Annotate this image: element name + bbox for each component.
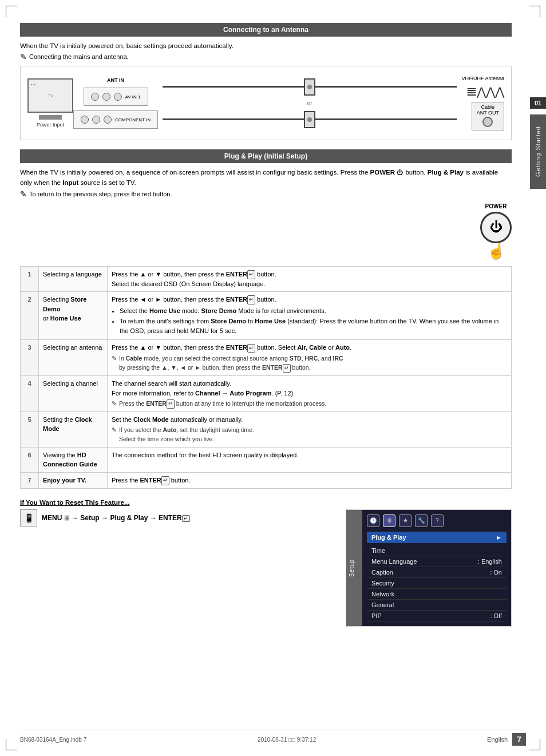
menu-icon-settings: ⚙ bbox=[383, 514, 395, 527]
note-icon-5: ✎ bbox=[112, 426, 117, 435]
vhf-label: VHF/UHF Antenna bbox=[461, 76, 504, 81]
step-1-desc: Press the ▲ or ▼ button, then press the … bbox=[108, 266, 512, 291]
hand-icon: ☝ bbox=[487, 243, 505, 260]
power-input-label: Power Input bbox=[37, 122, 64, 128]
menu-header-arrow: ► bbox=[496, 534, 502, 541]
menu-item-security: Security bbox=[367, 578, 507, 589]
menu-icon-question: ? bbox=[431, 514, 444, 527]
cable-box: Cable ANT OUT bbox=[472, 102, 504, 130]
panel-box-bottom: COMPONENT IN bbox=[73, 110, 158, 129]
menu-item-lang: Menu Language: English bbox=[367, 556, 507, 567]
corner-mark-bl bbox=[6, 739, 17, 750]
step-1-row: 1 Selecting a language Press the ▲ or ▼ … bbox=[21, 266, 512, 291]
antenna-right: VHF/UHF Antenna 𝌆⋀⋀⋀ Cable ANT OUT bbox=[461, 76, 504, 130]
av-label: AV IN 1 bbox=[125, 94, 141, 100]
menu-item-caption: Caption: On bbox=[367, 567, 507, 578]
step-5-number: 5 bbox=[21, 411, 39, 447]
cable-label: Cable bbox=[477, 104, 499, 110]
step-3-number: 3 bbox=[21, 340, 39, 376]
plug-section: Plug & Play (Initial Setup) When the TV … bbox=[20, 149, 512, 489]
menu-content: 🕐 ⚙ ★ 🔧 ? Plug & Play ► bbox=[362, 510, 511, 626]
note-icon-3: ✎ bbox=[112, 354, 117, 363]
step-7-label: Enjoy your TV. bbox=[39, 472, 108, 488]
reset-command-text: MENU ⊞ → Setup → Plug & Play → ENTER↵ bbox=[42, 514, 190, 522]
step-2-label: Selecting Store Demoor Home Use bbox=[39, 292, 108, 340]
step-4-row: 4 Selecting a channel The channel search… bbox=[21, 376, 512, 412]
antenna-section-header: Connecting to an Antenna bbox=[20, 23, 512, 37]
menu-item-pip: PIP: Off bbox=[367, 611, 507, 622]
page-footer: BN68-03164A_Eng.indb 7 2010-08-31 □□ 9:3… bbox=[20, 730, 526, 746]
step-7-desc: Press the ENTER↵ button. bbox=[108, 472, 512, 488]
antenna-diagram: • • TV Power Input ANT IN AV IN 1 bbox=[20, 66, 512, 140]
note-pencil-icon-2: ✎ bbox=[20, 189, 27, 199]
corner-mark-tr bbox=[529, 6, 540, 17]
step-6-row: 6 Viewing the HD Connection Guide The co… bbox=[21, 447, 512, 472]
panel-box-top: AV IN 1 bbox=[84, 88, 148, 106]
top-connection bbox=[163, 78, 457, 96]
tv-stand bbox=[39, 115, 62, 120]
step-2-desc: Press the ◄ or ► button, then press the … bbox=[108, 292, 512, 340]
step-5-desc: Set the Clock Mode automatically or manu… bbox=[108, 411, 512, 447]
connector-block-2 bbox=[304, 111, 315, 128]
footer-page-number: 7 bbox=[512, 733, 526, 746]
plug-intro: When the TV is initially powered on, a s… bbox=[20, 168, 512, 188]
antenna-intro: When the TV is initially powered on, bas… bbox=[20, 41, 512, 51]
connection-lines: or bbox=[158, 78, 461, 128]
step-4-desc: The channel search will start automatica… bbox=[108, 376, 512, 412]
steps-table: 1 Selecting a language Press the ▲ or ▼ … bbox=[20, 266, 512, 489]
step-2-number: 2 bbox=[21, 292, 39, 340]
antenna-note: ✎ Connecting the mains and antenna. bbox=[20, 53, 512, 61]
step-5-label: Setting the Clock Mode bbox=[39, 411, 108, 447]
step-3-label: Selecting an antenna bbox=[39, 340, 108, 376]
step-2-row: 2 Selecting Store Demoor Home Use Press … bbox=[21, 292, 512, 340]
note-icon-4: ✎ bbox=[112, 399, 117, 409]
step-3-desc: Press the ▲ or ▼ button, then press the … bbox=[108, 340, 512, 376]
reset-command: 📱 MENU ⊞ → Setup → Plug & Play → ENTER↵ bbox=[20, 509, 339, 527]
power-button-circle: ⏻ bbox=[480, 212, 512, 243]
step-6-desc: The connection method for the best HD sc… bbox=[108, 447, 512, 472]
step-5-row: 5 Setting the Clock Mode Set the Clock M… bbox=[21, 411, 512, 447]
menu-icon-wrench: 🔧 bbox=[415, 514, 428, 527]
reset-section: If You Want to Reset This Feature... Set… bbox=[20, 499, 512, 627]
step-6-number: 6 bbox=[21, 447, 39, 472]
or-label: or bbox=[307, 100, 312, 106]
port-comp3 bbox=[104, 116, 112, 124]
step-6-label: Viewing the HD Connection Guide bbox=[39, 447, 108, 472]
corner-mark-tl bbox=[6, 6, 17, 17]
menu-sidebar-container: Setup 🕐 ⚙ ★ 🔧 ? Plug & Play bbox=[346, 510, 511, 626]
menu-item-network: Network bbox=[367, 589, 507, 600]
footer-date: 2010-08-31 □□ 9:37:12 bbox=[258, 737, 316, 743]
step-1-label: Selecting a language bbox=[39, 266, 108, 291]
plug-note: ✎ To return to the previous step, press … bbox=[20, 191, 512, 199]
chapter-number: 01 bbox=[530, 97, 546, 109]
port-av2 bbox=[102, 93, 110, 101]
menu-icon-star: ★ bbox=[399, 514, 412, 527]
step-3-row: 3 Selecting an antenna Press the ▲ or ▼ … bbox=[21, 340, 512, 376]
plug-section-header: Plug & Play (Initial Setup) bbox=[20, 149, 512, 163]
corner-mark-br bbox=[529, 739, 540, 750]
antenna-symbol: 𝌆⋀⋀⋀ bbox=[466, 85, 504, 98]
remote-icon: 📱 bbox=[20, 509, 37, 527]
step-4-label: Selecting a channel bbox=[39, 376, 108, 412]
tv-unit: • • TV Power Input bbox=[27, 78, 73, 128]
connector-block-1 bbox=[304, 78, 315, 96]
port-av bbox=[91, 93, 99, 101]
note-pencil-icon: ✎ bbox=[20, 52, 27, 61]
chapter-tab: Getting Started bbox=[530, 114, 546, 189]
step-4-number: 4 bbox=[21, 376, 39, 412]
menu-screenshot: Setup 🕐 ⚙ ★ 🔧 ? Plug & Play bbox=[346, 509, 512, 627]
ant-out-port bbox=[482, 117, 493, 127]
footer-language: English bbox=[487, 736, 508, 743]
menu-header: Plug & Play ► bbox=[367, 532, 507, 543]
tv-body: • • TV bbox=[27, 78, 73, 113]
step-7-number: 7 bbox=[21, 472, 39, 488]
ant-out-label: ANT OUT bbox=[477, 110, 499, 116]
component-label: COMPONENT IN bbox=[115, 117, 151, 122]
menu-sidebar-label: Setup bbox=[346, 510, 362, 626]
footer-right: English 7 bbox=[487, 733, 526, 746]
menu-item-general: General bbox=[367, 600, 507, 611]
menu-icons-row: 🕐 ⚙ ★ 🔧 ? bbox=[367, 514, 507, 527]
port-comp2 bbox=[92, 116, 100, 124]
menu-header-label: Plug & Play bbox=[371, 534, 406, 541]
power-illustration: POWER ⏻ ☝ bbox=[480, 203, 512, 260]
